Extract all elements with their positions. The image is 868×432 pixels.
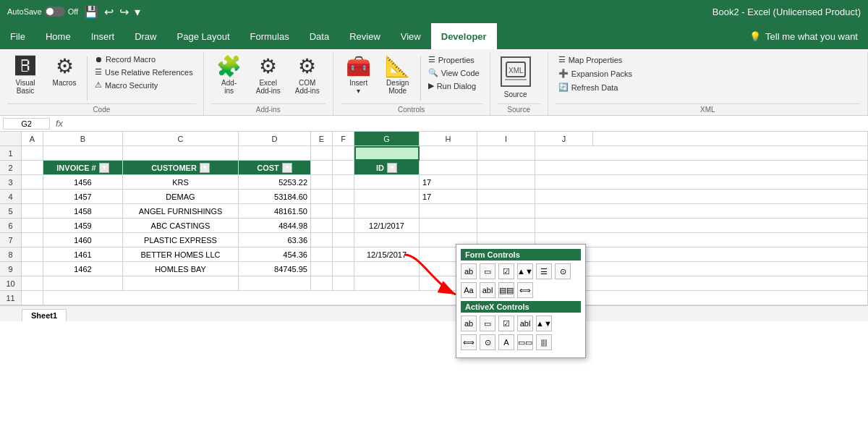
properties-button[interactable]: ☰ Properties: [425, 54, 482, 66]
menu-insert[interactable]: Insert: [81, 23, 125, 49]
cell-i3[interactable]: [477, 175, 535, 190]
cell-d6[interactable]: 4844.98: [239, 219, 311, 233]
cell-a9[interactable]: [22, 262, 43, 276]
cell-e4[interactable]: [311, 190, 333, 204]
cell-f7[interactable]: [333, 233, 354, 247]
ax-optionbutton-icon[interactable]: ⊙: [480, 334, 495, 350]
filter-customer[interactable]: ▾: [200, 163, 210, 173]
form-checkbox-icon[interactable]: ☑: [498, 263, 514, 279]
cell-g7[interactable]: [354, 233, 420, 247]
ax-image-icon[interactable]: ▭▭: [517, 334, 533, 350]
cell-c6[interactable]: ABC CASTINGS: [123, 219, 239, 233]
form-controls-icons-2[interactable]: Aa abl ▤▤ ⟺: [461, 282, 581, 298]
cell-j3[interactable]: [535, 175, 868, 190]
cell-g8[interactable]: 12/15/2017: [354, 247, 420, 262]
excel-addins-button[interactable]: ⚙ ExcelAdd-ins: [250, 54, 286, 98]
cell-g9[interactable]: [354, 262, 420, 276]
cell-f10[interactable]: [333, 276, 354, 291]
cell-e3[interactable]: [311, 175, 333, 190]
cell-j4[interactable]: [535, 190, 868, 204]
ax-label-icon[interactable]: ab: [461, 315, 477, 331]
cell-d9[interactable]: 84745.95: [239, 262, 311, 276]
form-button-icon[interactable]: ▭: [480, 263, 495, 279]
cell-i6[interactable]: [477, 219, 535, 233]
cell-a8[interactable]: [22, 247, 43, 262]
cell-c2-customer[interactable]: CUSTOMER▾: [123, 161, 239, 175]
cell-i2[interactable]: [477, 161, 535, 175]
cell-h6[interactable]: [420, 219, 477, 233]
menu-view[interactable]: View: [391, 23, 431, 49]
cell-c5[interactable]: ANGEL FURNISHINGS: [123, 204, 239, 219]
cell-f5[interactable]: [333, 204, 354, 219]
cell-b5[interactable]: 1458: [43, 204, 123, 219]
cell-e10[interactable]: [311, 276, 333, 291]
activex-icons-1[interactable]: ab ▭ ☑ abl ▲▼: [461, 315, 581, 331]
cell-c8[interactable]: BETTER HOMES LLC: [123, 247, 239, 262]
cell-a6[interactable]: [22, 219, 43, 233]
visual-basic-button[interactable]: 🅱 VisualBasic: [7, 54, 43, 98]
cell-j2[interactable]: [535, 161, 868, 175]
cell-a11[interactable]: [22, 291, 43, 305]
formula-input[interactable]: [69, 119, 865, 128]
menu-file[interactable]: File: [0, 23, 35, 49]
ax-more-icon[interactable]: |||: [536, 334, 552, 350]
ax-spinner-icon[interactable]: ▲▼: [536, 315, 552, 331]
redo-icon[interactable]: ↪: [119, 5, 129, 19]
form-listbox-icon[interactable]: ☰: [536, 263, 552, 279]
filter-cost[interactable]: ▾: [282, 163, 292, 173]
map-properties-button[interactable]: ☰ Map Properties: [556, 54, 635, 66]
save-icon[interactable]: 💾: [84, 5, 98, 19]
customize-icon[interactable]: ▾: [135, 5, 140, 19]
com-addins-button[interactable]: ⚙ COMAdd-ins: [289, 54, 326, 98]
cell-b8[interactable]: 1461: [43, 247, 123, 262]
cell-d2-cost[interactable]: COST▾: [239, 161, 311, 175]
cell-a10[interactable]: [22, 276, 43, 291]
cell-a5[interactable]: [22, 204, 43, 219]
ax-text-icon[interactable]: A: [498, 334, 514, 350]
cell-b2-invoice[interactable]: INVOICE #▾: [43, 161, 123, 175]
cell-g1[interactable]: [354, 146, 420, 161]
cell-g6[interactable]: 12/1/2017: [354, 219, 420, 233]
cell-d8[interactable]: 454.36: [239, 247, 311, 262]
cell-c7[interactable]: PLASTIC EXPRESS: [123, 233, 239, 247]
cell-c10[interactable]: [123, 276, 239, 291]
form-combo-icon[interactable]: ▤▤: [498, 282, 514, 298]
cell-d3[interactable]: 5253.22: [239, 175, 311, 190]
autosave-toggle[interactable]: AutoSave Off: [7, 7, 78, 17]
cell-f3[interactable]: [333, 175, 354, 190]
menu-home[interactable]: Home: [35, 23, 81, 49]
name-box[interactable]: [3, 118, 50, 130]
cell-h3[interactable]: 17: [420, 175, 477, 190]
cell-g5[interactable]: [354, 204, 420, 219]
undo-icon[interactable]: ↩: [104, 5, 114, 19]
activex-icons-2[interactable]: ⟺ ⊙ A ▭▭ |||: [461, 334, 581, 350]
cell-b1[interactable]: [43, 146, 123, 161]
sheet-tab-sheet1[interactable]: Sheet1: [22, 309, 67, 321]
source-button[interactable]: XML Source: [498, 54, 534, 101]
cell-b9[interactable]: 1462: [43, 262, 123, 276]
cell-f2[interactable]: [333, 161, 354, 175]
menu-page-layout[interactable]: Page Layout: [167, 23, 240, 49]
menu-review[interactable]: Review: [339, 23, 391, 49]
menu-draw[interactable]: Draw: [124, 23, 166, 49]
cell-d1[interactable]: [239, 146, 311, 161]
ax-scrollbar-icon[interactable]: ⟺: [461, 334, 477, 350]
macros-button[interactable]: ⚙ Macros: [46, 54, 82, 90]
cell-e1[interactable]: [311, 146, 333, 161]
run-dialog-button[interactable]: ▶ Run Dialog: [425, 80, 482, 92]
cell-h1[interactable]: [420, 146, 477, 161]
form-controls-icons[interactable]: ab ▭ ☑ ▲▼ ☰ ⊙: [461, 263, 581, 279]
cell-d5[interactable]: 48161.50: [239, 204, 311, 219]
cell-a4[interactable]: [22, 190, 43, 204]
cell-i1[interactable]: [477, 146, 535, 161]
use-relative-refs-button[interactable]: ☰ Use Relative References: [92, 66, 196, 78]
cell-f6[interactable]: [333, 219, 354, 233]
cell-h2[interactable]: [420, 161, 477, 175]
insert-button[interactable]: 🧰 Insert▾: [341, 54, 377, 98]
record-macro-button[interactable]: ⏺ Record Macro: [92, 54, 196, 65]
cell-e8[interactable]: [311, 247, 333, 262]
cell-a2[interactable]: [22, 161, 43, 175]
view-code-button[interactable]: 🔍 View Code: [425, 67, 482, 79]
ax-button-icon[interactable]: ▭: [480, 315, 495, 331]
tell-me-bar[interactable]: 💡 Tell me what you want: [739, 23, 868, 49]
